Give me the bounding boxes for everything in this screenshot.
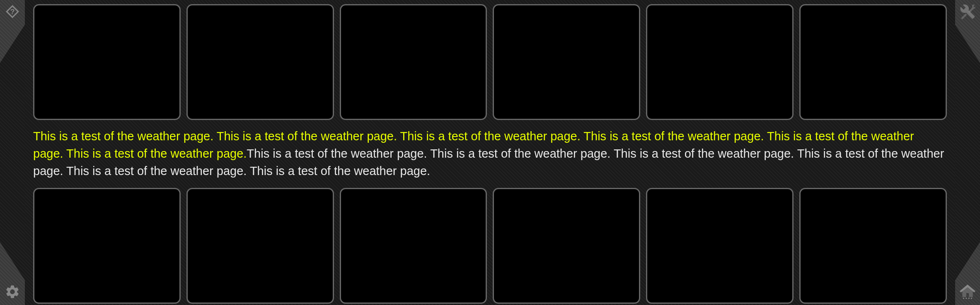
svg-point-4 — [971, 298, 972, 299]
weather-card[interactable] — [646, 4, 794, 120]
weather-card[interactable] — [799, 188, 947, 304]
help-icon: ? — [5, 4, 20, 21]
weather-card[interactable] — [646, 188, 794, 304]
svg-point-2 — [965, 298, 967, 299]
weather-card[interactable] — [186, 4, 334, 120]
svg-text:?: ? — [10, 7, 15, 16]
tools-button[interactable] — [958, 3, 977, 22]
help-button[interactable]: ? — [3, 3, 22, 22]
main-content: This is a test of the weather page. This… — [33, 4, 947, 301]
card-row-bottom — [33, 188, 947, 304]
side-panel-right — [955, 0, 980, 305]
weather-card[interactable] — [493, 4, 640, 120]
gear-icon — [5, 284, 20, 301]
weather-card[interactable] — [186, 188, 334, 304]
weather-card[interactable] — [340, 188, 487, 304]
side-panel-left — [0, 0, 25, 305]
weather-card[interactable] — [33, 4, 181, 120]
home-icon — [960, 284, 975, 301]
svg-point-1 — [963, 298, 964, 299]
svg-point-3 — [968, 298, 970, 299]
weather-card[interactable] — [340, 4, 487, 120]
home-button[interactable] — [958, 283, 977, 302]
card-row-top — [33, 4, 947, 120]
tools-icon — [960, 4, 975, 21]
weather-card[interactable] — [799, 4, 947, 120]
settings-button[interactable] — [3, 283, 22, 302]
weather-card[interactable] — [33, 188, 181, 304]
weather-card[interactable] — [493, 188, 640, 304]
weather-text: This is a test of the weather page. This… — [33, 120, 947, 188]
